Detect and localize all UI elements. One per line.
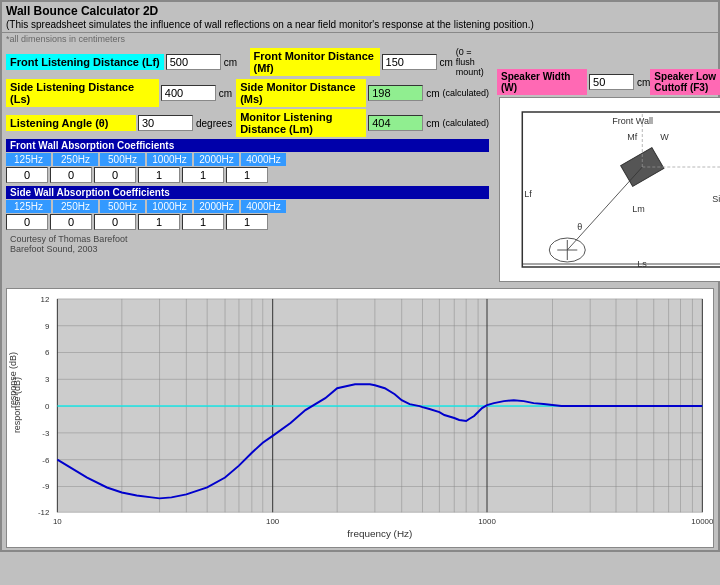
coeff-input-4[interactable] — [182, 167, 224, 183]
coeff-label-3: 1000Hz — [147, 200, 192, 213]
coeff-label-5: 4000Hz — [241, 153, 286, 166]
svg-text:W: W — [660, 132, 669, 142]
coeff-label-0: 125Hz — [6, 200, 51, 213]
coeff-input-0[interactable] — [6, 214, 48, 230]
svg-text:12: 12 — [41, 295, 50, 304]
side-monitor-label: Side Monitor Distance (Ms) — [236, 79, 366, 107]
svg-text:3: 3 — [45, 375, 50, 384]
coeff-input-3[interactable] — [138, 167, 180, 183]
svg-text:Lf: Lf — [524, 189, 532, 199]
side-wall-header: Side Wall Absorption Coefficients — [6, 186, 489, 199]
front-listening-input[interactable] — [166, 54, 221, 70]
dimensions-note: *all dimensions in centimeters — [2, 33, 718, 45]
app-container: Wall Bounce Calculator 2D (This spreadsh… — [0, 0, 720, 552]
side-monitor-note: (calculated) — [442, 88, 489, 98]
speaker-width-unit: cm — [637, 77, 650, 88]
coeff-input-2[interactable] — [94, 167, 136, 183]
svg-text:frequency (Hz): frequency (Hz) — [347, 528, 412, 539]
monitor-listening-note: (calculated) — [442, 118, 489, 128]
coeff-input-1[interactable] — [50, 167, 92, 183]
front-listening-label: Front Listening Distance (Lf) — [6, 54, 164, 70]
monitor-listening-label: Monitor Listening Distance (Lm) — [236, 109, 366, 137]
svg-text:Mf: Mf — [627, 132, 637, 142]
monitor-listening-unit: cm — [426, 118, 439, 129]
coeff-label-5: 4000Hz — [241, 200, 286, 213]
front-monitor-input[interactable] — [382, 54, 437, 70]
svg-text:-9: -9 — [42, 482, 50, 491]
coeff-label-2: 500Hz — [100, 153, 145, 166]
svg-text:-6: -6 — [42, 456, 50, 465]
svg-text:Lm: Lm — [632, 204, 645, 214]
coeff-label-4: 2000Hz — [194, 153, 239, 166]
room-diagram: Front Wall Side Wall Mf W Ms — [504, 102, 720, 277]
coeff-input-2[interactable] — [94, 214, 136, 230]
front-listening-unit: cm — [224, 57, 237, 68]
side-listening-label: Side Listening Distance (Ls) — [6, 79, 159, 107]
coeff-input-3[interactable] — [138, 214, 180, 230]
svg-text:9: 9 — [45, 322, 50, 331]
coeff-label-4: 2000Hz — [194, 200, 239, 213]
courtesy: Courtesy of Thomas Barefoot Barefoot Sou… — [6, 232, 489, 256]
title-bar: Wall Bounce Calculator 2D (This spreadsh… — [2, 2, 718, 33]
svg-text:Front Wall: Front Wall — [612, 116, 653, 126]
svg-text:0: 0 — [45, 402, 50, 411]
front-monitor-note: (0 = flush mount) — [456, 47, 489, 77]
speaker-width-label: Speaker Width (W) — [497, 69, 587, 95]
side-monitor-unit: cm — [426, 88, 439, 99]
coeff-label-2: 500Hz — [100, 200, 145, 213]
monitor-listening-input[interactable] — [368, 115, 423, 131]
diagram-area: Front Wall Side Wall Mf W Ms — [499, 97, 720, 282]
side-monitor-input[interactable] — [368, 85, 423, 101]
coeff-label-1: 250Hz — [53, 153, 98, 166]
svg-text:Side Wall: Side Wall — [712, 194, 720, 204]
coeff-label-0: 125Hz — [6, 153, 51, 166]
svg-text:10000: 10000 — [691, 517, 713, 526]
coeff-input-5[interactable] — [226, 167, 268, 183]
svg-text:θ: θ — [577, 222, 582, 232]
speaker-low-label: Speaker Low Cuttoff (F3) — [650, 69, 720, 95]
coeff-input-4[interactable] — [182, 214, 224, 230]
app-subtitle: (This spreadsheet simulates the influenc… — [6, 19, 534, 30]
listening-angle-label: Listening Angle (θ) — [6, 115, 136, 131]
svg-text:-12: -12 — [38, 508, 49, 517]
coeff-input-5[interactable] — [226, 214, 268, 230]
svg-text:10: 10 — [53, 517, 62, 526]
coeff-label-3: 1000Hz — [147, 153, 192, 166]
speaker-width-input[interactable] — [589, 74, 634, 90]
front-monitor-unit: cm — [440, 57, 453, 68]
front-wall-header: Front Wall Absorption Coefficients — [6, 139, 489, 152]
coeff-input-1[interactable] — [50, 214, 92, 230]
listening-angle-unit: degrees — [196, 118, 232, 129]
side-listening-unit: cm — [219, 88, 232, 99]
side-listening-input[interactable] — [161, 85, 216, 101]
svg-text:6: 6 — [45, 348, 50, 357]
frequency-chart: response (dB) 12 9 6 3 0 -3 -6 -9 — [7, 289, 713, 547]
coeff-label-1: 250Hz — [53, 200, 98, 213]
svg-text:100: 100 — [266, 517, 280, 526]
chart-container: response (dB) 12 9 6 3 0 -3 -6 -9 — [6, 288, 714, 548]
front-monitor-label: Front Monitor Distance (Mf) — [250, 48, 380, 76]
svg-text:response (dB): response (dB) — [12, 377, 22, 433]
svg-text:-3: -3 — [42, 429, 50, 438]
listening-angle-input[interactable] — [138, 115, 193, 131]
app-title: Wall Bounce Calculator 2D — [6, 4, 158, 18]
svg-text:1000: 1000 — [478, 517, 496, 526]
coeff-input-0[interactable] — [6, 167, 48, 183]
